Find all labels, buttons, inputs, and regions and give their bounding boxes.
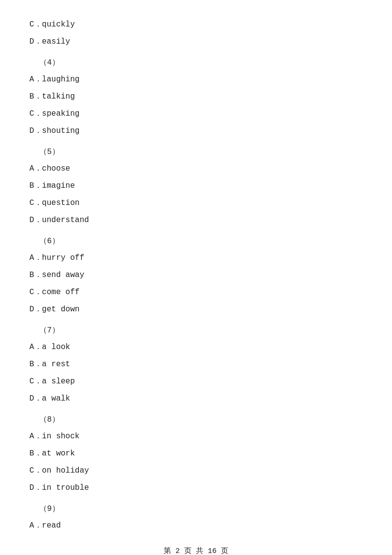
option-line: C．question <box>29 196 363 210</box>
option-line: B．send away <box>29 268 363 282</box>
option-line: C．on holiday <box>29 464 363 478</box>
option-line: A．hurry off <box>29 251 363 265</box>
option-line: D．understand <box>29 213 363 227</box>
option-line: C．speaking <box>29 107 363 121</box>
option-line: C．quickly <box>29 18 363 32</box>
section-number: （7） <box>39 324 363 338</box>
section-number: （5） <box>39 145 363 159</box>
option-line: D．in trouble <box>29 481 363 495</box>
option-line: D．a walk <box>29 392 363 406</box>
option-line: B．a rest <box>29 357 363 372</box>
section-number: （4） <box>39 56 363 70</box>
section-number: （8） <box>39 413 363 427</box>
option-line: B．at work <box>29 447 363 461</box>
option-line: A．in shock <box>29 429 363 444</box>
option-line: A．read <box>29 519 363 533</box>
option-line: C．come off <box>29 285 363 300</box>
page-footer: 第 2 页 共 16 页 <box>0 546 392 555</box>
option-line: A．choose <box>29 162 363 176</box>
option-line: D．get down <box>29 303 363 317</box>
option-line: B．imagine <box>29 179 363 193</box>
section-number: （9） <box>39 502 363 516</box>
option-line: A．a look <box>29 340 363 354</box>
section-number: （6） <box>39 234 363 249</box>
option-line: B．talking <box>29 90 363 104</box>
option-line: A．laughing <box>29 73 363 87</box>
option-line: D．easily <box>29 35 363 49</box>
main-content: C．quicklyD．easily（4）A．laughingB．talkingC… <box>0 0 392 555</box>
option-line: C．a sleep <box>29 375 363 389</box>
option-line: D．shouting <box>29 124 363 138</box>
